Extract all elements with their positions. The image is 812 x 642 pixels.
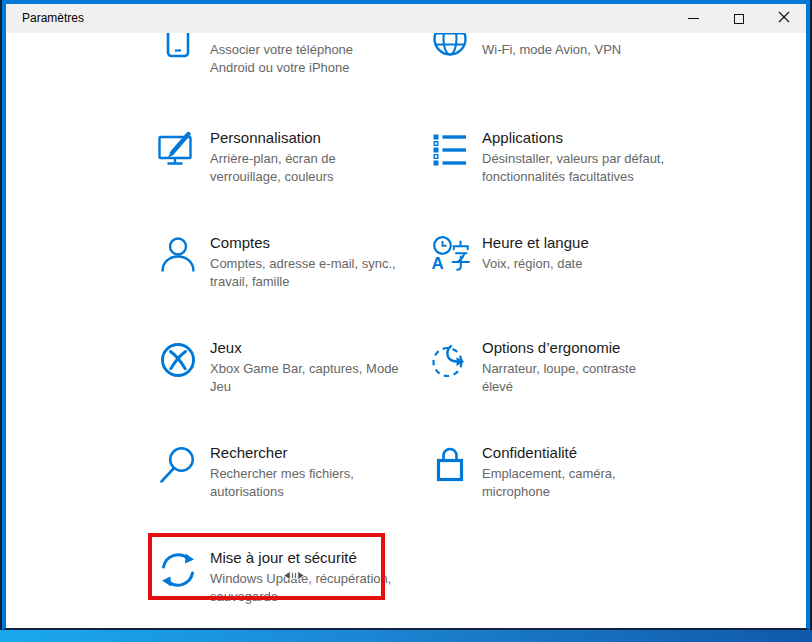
personalization-icon <box>158 130 198 170</box>
close-icon <box>778 11 790 26</box>
settings-tile-mise-a-jour-et-securite[interactable]: Mise à jour et sécuritéWindows Update, r… <box>158 548 428 605</box>
privacy-lock-icon <box>430 445 470 485</box>
tile-text: Associer votre téléphoneAndroid ou votre… <box>210 33 428 76</box>
tile-text: Wi-Fi, mode Avion, VPN <box>482 33 700 59</box>
tile-title: Confidentialité <box>482 443 700 463</box>
settings-tile-options-ergonomie[interactable]: Options d’ergonomieNarrateur, loupe, con… <box>430 338 700 395</box>
tile-subtitle-line: verrouillage, couleurs <box>210 168 428 186</box>
tile-subtitle-line: élevé <box>482 378 700 396</box>
settings-tile-rechercher[interactable]: RechercherRechercher mes fichiers,autori… <box>158 443 428 500</box>
tile-subtitle-line: Wi-Fi, mode Avion, VPN <box>482 41 700 59</box>
tile-subtitle-line: Android ou votre iPhone <box>210 59 428 77</box>
tile-subtitle-line: Comptes, adresse e-mail, sync., <box>210 255 428 273</box>
desktop-background: { "window": { "title": "Paramètres", "co… <box>0 0 812 642</box>
settings-tile-reseau[interactable]: Wi-Fi, mode Avion, VPN <box>430 33 700 59</box>
settings-window: Paramètres Associer votre téléphoneAndro… <box>2 0 810 630</box>
tile-text: ApplicationsDésinstaller, valeurs par dé… <box>482 128 700 185</box>
window-controls <box>671 4 806 33</box>
tile-title <box>210 33 428 39</box>
window-title: Paramètres <box>6 4 84 33</box>
tile-title: Comptes <box>210 233 428 253</box>
tile-subtitle-line: autorisations <box>210 483 428 501</box>
settings-tile-applications[interactable]: ApplicationsDésinstaller, valeurs par dé… <box>430 128 700 185</box>
tile-text: Options d’ergonomieNarrateur, loupe, con… <box>482 338 700 395</box>
tile-title: Personnalisation <box>210 128 428 148</box>
settings-tile-confidentialite[interactable]: ConfidentialitéEmplacement, caméra,micro… <box>430 443 700 500</box>
tile-text: ConfidentialitéEmplacement, caméra,micro… <box>482 443 700 500</box>
tile-title: Mise à jour et sécurité <box>210 548 428 568</box>
tile-text: Mise à jour et sécuritéWindows Update, r… <box>210 548 428 605</box>
tile-subtitle-line: Narrateur, loupe, contraste <box>482 360 700 378</box>
ease-of-access-icon <box>430 340 470 380</box>
maximize-button[interactable] <box>716 4 761 33</box>
tile-title: Options d’ergonomie <box>482 338 700 358</box>
update-sync-icon <box>158 550 198 590</box>
tile-title: Jeux <box>210 338 428 358</box>
minimize-icon <box>688 18 699 19</box>
settings-tile-telephone[interactable]: Associer votre téléphoneAndroid ou votre… <box>158 33 428 76</box>
tile-subtitle-line: Désinstaller, valeurs par défaut, <box>482 150 700 168</box>
tile-subtitle-line: sauvegarde <box>210 588 428 606</box>
tile-subtitle-line: Emplacement, caméra, <box>482 465 700 483</box>
tile-title: Applications <box>482 128 700 148</box>
phone-icon <box>158 33 198 61</box>
tile-text: JeuxXbox Game Bar, captures, ModeJeu <box>210 338 428 395</box>
account-person-icon <box>158 235 198 275</box>
tile-subtitle-line: Xbox Game Bar, captures, Mode <box>210 360 428 378</box>
tile-title: Heure et langue <box>482 233 700 253</box>
tile-text: Heure et langueVoix, région, date <box>482 233 700 273</box>
tile-text: RechercherRechercher mes fichiers,autori… <box>210 443 428 500</box>
close-button[interactable] <box>761 4 806 33</box>
time-language-icon: A <box>430 235 470 275</box>
maximize-icon <box>734 14 744 24</box>
titlebar: Paramètres <box>6 4 806 33</box>
tile-subtitle-line: Arrière-plan, écran de <box>210 150 428 168</box>
desktop-wallpaper-strip <box>0 630 812 642</box>
settings-tile-comptes[interactable]: ComptesComptes, adresse e-mail, sync.,tr… <box>158 233 428 290</box>
tile-subtitle-line: Windows Update, récupération, <box>210 570 428 588</box>
globe-icon <box>430 33 470 61</box>
settings-tile-personnalisation[interactable]: PersonnalisationArrière-plan, écran deve… <box>158 128 428 185</box>
apps-list-icon <box>430 130 470 170</box>
tile-subtitle-line: Voix, région, date <box>482 255 700 273</box>
minimize-button[interactable] <box>671 4 716 33</box>
settings-tile-heure-et-langue[interactable]: AHeure et langueVoix, région, date <box>430 233 700 273</box>
tile-subtitle-line: Associer votre téléphone <box>210 41 428 59</box>
tile-subtitle-line: microphone <box>482 483 700 501</box>
settings-tile-jeux[interactable]: JeuxXbox Game Bar, captures, ModeJeu <box>158 338 428 395</box>
tile-text: PersonnalisationArrière-plan, écran deve… <box>210 128 428 185</box>
svg-text:A: A <box>432 254 444 273</box>
tile-text: ComptesComptes, adresse e-mail, sync.,tr… <box>210 233 428 290</box>
search-icon <box>158 445 198 485</box>
tile-subtitle-line: Rechercher mes fichiers, <box>210 465 428 483</box>
tile-subtitle-line: travail, famille <box>210 273 428 291</box>
tile-title: Rechercher <box>210 443 428 463</box>
tile-title <box>482 33 700 39</box>
tile-subtitle-line: fonctionnalités facultatives <box>482 168 700 186</box>
tile-subtitle-line: Jeu <box>210 378 428 396</box>
settings-body: Associer votre téléphoneAndroid ou votre… <box>6 33 806 628</box>
xbox-icon <box>158 340 198 380</box>
